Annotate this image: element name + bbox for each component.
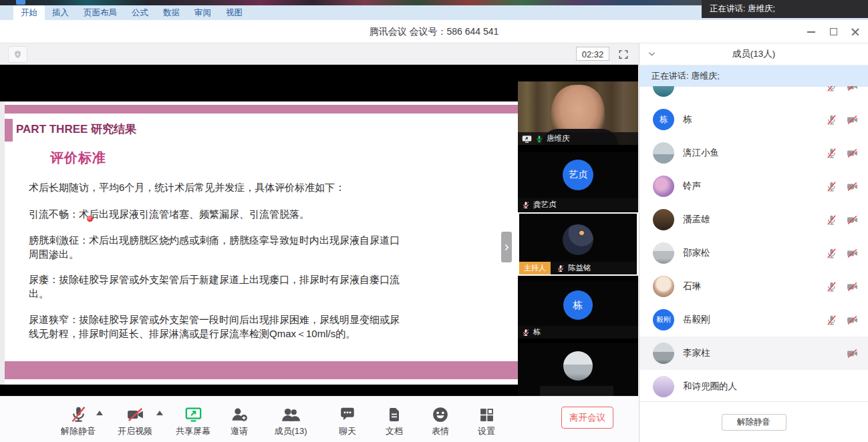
- member-row[interactable]: 铃声: [639, 170, 868, 203]
- camera-off-icon: [846, 181, 859, 192]
- participant-name: 陈益铭: [568, 263, 591, 273]
- member-name: 栋: [683, 114, 826, 126]
- member-name: 石琳: [683, 280, 826, 292]
- camera-off-icon: [846, 281, 859, 292]
- member-row[interactable]: 和诗兜圈的人: [639, 370, 868, 401]
- member-row[interactable]: 邵家松: [639, 236, 868, 270]
- camera-off-icon: [846, 148, 859, 159]
- settings-button[interactable]: 设置: [461, 403, 512, 437]
- ribbon-tab-page-layout[interactable]: 页面布局: [76, 5, 124, 20]
- member-row[interactable]: 潘孟雄: [639, 203, 868, 236]
- security-shield-button[interactable]: [8, 46, 27, 63]
- meeting-timer: 02:32: [576, 47, 609, 61]
- titlebar: 腾讯会议 会议号：586 644 541: [0, 20, 868, 43]
- mic-muted-icon: [557, 264, 565, 272]
- video-tile[interactable]: 栋 栋: [518, 280, 638, 339]
- camera-off-icon: [846, 314, 859, 326]
- member-status-icons: [826, 181, 859, 192]
- chat-button[interactable]: 聊天: [322, 403, 373, 437]
- emoji-button[interactable]: 表情: [415, 403, 466, 437]
- chevron-right-icon: [504, 244, 509, 251]
- emoji-icon: [432, 406, 449, 423]
- video-strip: 唐维庆 艺贞 龚艺贞 主持人 陈益铭 栋: [518, 65, 638, 396]
- video-tile-host[interactable]: 主持人 陈益铭: [518, 212, 638, 276]
- shield-icon: [13, 49, 22, 59]
- toolbar-label: 解除静音: [53, 425, 104, 437]
- video-tile-partial[interactable]: [518, 343, 638, 396]
- member-status-icons: [826, 148, 859, 159]
- meeting-toolbar: 解除静音 开启视频 共享屏幕 邀请 成员(13) 聊天 文档: [0, 396, 639, 442]
- slide-title-square: [5, 119, 13, 142]
- mic-muted-icon: [826, 86, 837, 92]
- close-icon[interactable]: [851, 27, 860, 36]
- toolbar-label: 表情: [415, 425, 466, 437]
- slide-text-line: 尿道狭窄：拔除硅胶导尿管或外支架管一段时间后出现排尿困难，尿线明显变细或尿: [29, 312, 400, 326]
- slide-text-line: 尿瘘：拔除硅胶导尿管或外支架管后于新建尿道上出现瘘口，排尿时有尿液自瘘口流: [29, 272, 400, 286]
- member-name: 邵家松: [683, 247, 826, 259]
- slide-paragraph: 尿瘘：拔除硅胶导尿管或外支架管后于新建尿道上出现瘘口，排尿时有尿液自瘘口流 出。: [29, 272, 400, 300]
- member-status-icons: [826, 214, 859, 226]
- video-name-label: 主持人 陈益铭: [519, 262, 637, 274]
- ribbon-tab-insert[interactable]: 插入: [45, 5, 76, 20]
- member-status-icons: [826, 314, 859, 326]
- mic-options-arrow[interactable]: [96, 411, 103, 415]
- camera-off-icon: [846, 86, 859, 92]
- mic-muted-icon: [69, 405, 88, 423]
- member-row[interactable]: 石琳: [639, 270, 868, 303]
- minimize-icon[interactable]: [807, 27, 816, 36]
- document-icon: [386, 406, 402, 423]
- video-tile-speaker[interactable]: 唐维庆: [518, 81, 638, 145]
- mic-muted-icon: [826, 214, 837, 226]
- member-row[interactable]: [639, 86, 868, 103]
- video-tile[interactable]: 艺贞 龚艺贞: [518, 152, 638, 211]
- ribbon-tab-view[interactable]: 视图: [219, 5, 250, 20]
- slide-top-bar: [5, 105, 518, 114]
- mic-muted-icon: [522, 201, 530, 209]
- unmute-button[interactable]: 解除静音: [53, 403, 104, 437]
- slide-text-line: 引流不畅：术后出现尿液引流管堵塞、频繁漏尿、引流管脱落。: [29, 207, 309, 221]
- toolbar-label: 设置: [461, 425, 512, 437]
- leave-meeting-button[interactable]: 离开会议: [561, 407, 613, 429]
- maximize-icon[interactable]: [829, 27, 838, 36]
- slide-bottom-bar: [5, 361, 518, 379]
- share-screen-icon: [184, 405, 202, 423]
- camera-off-icon: [846, 248, 859, 259]
- toolbar-label: 邀请: [214, 425, 265, 437]
- member-row[interactable]: 漓江小鱼: [639, 136, 868, 170]
- avatar: [653, 343, 674, 364]
- invite-button[interactable]: 邀请: [214, 403, 265, 437]
- avatar: [653, 242, 674, 264]
- panel-unmute-button[interactable]: 解除静音: [722, 414, 786, 431]
- video-strip-collapse-button[interactable]: [501, 232, 512, 262]
- slide-paragraph: 引流不畅：术后出现尿液引流管堵塞、频繁漏尿、引流管脱落。: [29, 207, 309, 221]
- avatar: 栋: [563, 290, 593, 320]
- video-name-label: 栋: [518, 326, 638, 339]
- member-row[interactable]: 栋 栋: [639, 103, 868, 136]
- share-screen-button[interactable]: 共享屏幕: [168, 403, 219, 437]
- chevron-down-icon[interactable]: [648, 51, 656, 57]
- ribbon-tab-home[interactable]: 开始: [13, 5, 45, 20]
- members-panel: 成员(13人) 正在讲话: 唐维庆; 栋 栋: [639, 43, 868, 442]
- video-options-arrow[interactable]: [156, 411, 163, 415]
- ribbon-tab-data[interactable]: 数据: [156, 5, 187, 20]
- member-row[interactable]: 毅刚 岳毅刚: [639, 303, 868, 337]
- camera-off-icon: [846, 114, 859, 126]
- toolbar-label: 成员(13): [265, 425, 316, 437]
- slide-paragraph: 尿道狭窄：拔除硅胶导尿管或外支架管一段时间后出现排尿困难，尿线明显变细或尿 线无…: [29, 312, 400, 341]
- mic-muted-icon: [826, 314, 837, 326]
- members-button[interactable]: 成员(13): [265, 403, 316, 437]
- docs-button[interactable]: 文档: [369, 403, 420, 437]
- ribbon-tab-formulas[interactable]: 公式: [124, 5, 156, 20]
- toolbar-label: 文档: [369, 425, 420, 437]
- ribbon-tab-review[interactable]: 审阅: [187, 5, 219, 20]
- member-name: 李家柱: [683, 347, 846, 359]
- member-status-icons: [846, 348, 859, 359]
- settings-grid-icon: [478, 407, 495, 423]
- start-video-button[interactable]: 开启视频: [110, 403, 160, 437]
- fullscreen-button[interactable]: [615, 47, 631, 61]
- members-panel-footer: 解除静音: [639, 401, 868, 442]
- avatar: [653, 276, 674, 297]
- member-row[interactable]: 李家柱: [639, 337, 868, 370]
- meeting-info-bar: 02:32: [0, 43, 639, 65]
- slide-subtitle: 评价标准: [50, 149, 106, 167]
